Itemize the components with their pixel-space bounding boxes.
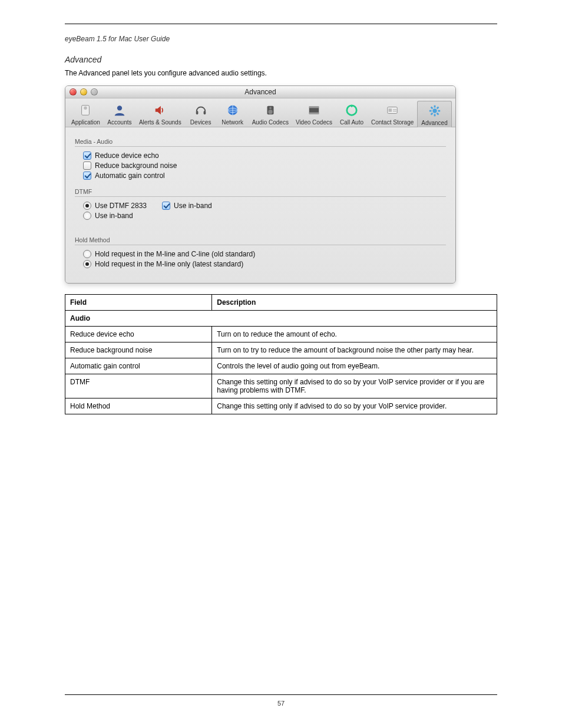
checkbox-dtmf-inband[interactable]: Use in-band (162, 202, 212, 210)
table-field-cell: Reduce background noise (65, 342, 212, 358)
globe-icon (224, 103, 242, 118)
table-desc-cell: Controls the level of audio going out fr… (212, 358, 497, 374)
checkbox-reduce-echo[interactable]: Reduce device echo (83, 151, 446, 160)
toolbar-tab-call-auto[interactable]: Call Auto (336, 101, 368, 127)
toolbar-tab-network[interactable]: Network (217, 101, 249, 127)
zoom-button[interactable] (91, 88, 98, 95)
col-field: Field (65, 295, 212, 311)
svg-rect-16 (389, 108, 392, 112)
speaker2-icon (262, 103, 279, 118)
toolbar-tab-video-codecs[interactable]: Video Codecs (292, 101, 336, 127)
radio-label: Use in-band (95, 212, 133, 220)
table-header-row: Field Description (65, 295, 497, 311)
radio-icon[interactable] (83, 260, 91, 268)
table-desc-cell: Change this setting only if advised to d… (212, 374, 497, 398)
radio-icon[interactable] (83, 202, 91, 210)
toolbar-tab-accounts[interactable]: Accounts (104, 101, 135, 127)
dial-icon (343, 103, 361, 118)
toolbar-tab-label: Call Auto (340, 119, 363, 126)
toolbar-tab-label: Alerts & Sounds (139, 119, 181, 126)
page-number: 57 (65, 700, 497, 707)
radio-hold-old[interactable]: Hold request in the M-line and C-line (o… (83, 250, 446, 258)
checkbox-agc[interactable]: Automatic gain control (83, 172, 446, 180)
svg-rect-17 (393, 109, 396, 110)
radio-use-inband[interactable]: Use in-band (83, 212, 446, 220)
checkbox-icon[interactable] (83, 172, 91, 180)
radio-hold-new[interactable]: Hold request in the M-line only (latest … (83, 260, 446, 268)
page-footer: 57 (65, 691, 497, 707)
col-description: Description (212, 295, 497, 311)
checkbox-icon[interactable] (83, 162, 91, 170)
table-row: Automatic gain controlControls the level… (65, 358, 497, 374)
toolbar-tab-advanced[interactable]: Advanced (417, 101, 451, 127)
radio-icon[interactable] (83, 250, 91, 258)
toolbar-tab-contact-storage[interactable]: Contact Storage (368, 101, 417, 127)
group-separator (75, 146, 446, 147)
checkbox-icon[interactable] (83, 151, 91, 160)
table-field-cell: Hold Method (65, 398, 212, 414)
checkbox-icon[interactable] (162, 202, 170, 210)
app-icon (77, 103, 94, 118)
group-label-hold: Hold Method (75, 236, 446, 243)
group-separator (75, 196, 446, 197)
svg-point-19 (432, 108, 437, 113)
checkbox-label: Reduce background noise (95, 162, 177, 170)
preferences-window: Advanced ApplicationAccountsAlerts & Sou… (65, 85, 456, 284)
table-field-cell: Automatic gain control (65, 358, 212, 374)
svg-rect-3 (196, 111, 198, 114)
group-label-dtmf: DTMF (75, 188, 446, 195)
footer-rule (65, 694, 497, 695)
table-row: Reduce background noiseTurn on to try to… (65, 342, 497, 358)
svg-rect-11 (309, 107, 319, 108)
table-field-cell: Reduce device echo (65, 327, 212, 342)
close-button[interactable] (70, 88, 77, 95)
table-section-cell: Audio (65, 311, 497, 327)
person-icon (111, 103, 128, 118)
table-row: Hold MethodChange this setting only if a… (65, 398, 497, 414)
svg-point-2 (117, 106, 122, 110)
svg-rect-4 (203, 111, 206, 114)
traffic-lights (70, 88, 98, 95)
svg-rect-18 (393, 111, 396, 111)
table-row: Reduce device echoTurn on to reduce the … (65, 327, 497, 342)
table-field-cell: DTMF (65, 374, 212, 398)
toolbar-tab-label: Advanced (421, 120, 447, 126)
radio-label: Use DTMF 2833 (95, 202, 147, 210)
checkbox-label: Reduce device echo (95, 151, 159, 160)
toolbar-tab-audio-codecs[interactable]: Audio Codecs (249, 101, 292, 127)
preferences-toolbar: ApplicationAccountsAlerts & SoundsDevice… (65, 98, 455, 127)
checkbox-label: Use in-band (174, 202, 212, 210)
titlebar[interactable]: Advanced (65, 86, 455, 98)
toolbar-tab-devices[interactable]: Devices (185, 101, 217, 127)
field-description-table: Field Description AudioReduce device ech… (65, 294, 497, 414)
toolbar-tab-label: Application (71, 119, 100, 126)
radio-use-dtmf-2833[interactable]: Use DTMF 2833 (83, 202, 147, 210)
table-row: Audio (65, 311, 497, 327)
intro-text: The Advanced panel lets you configure ad… (65, 69, 497, 77)
table-desc-cell: Turn on to reduce the amount of echo. (212, 327, 497, 342)
table-desc-cell: Change this setting only if advised to d… (212, 398, 497, 414)
minimize-button[interactable] (80, 88, 87, 95)
radio-label: Hold request in the M-line and C-line (o… (95, 250, 255, 258)
group-separator (75, 245, 446, 245)
dtmf-top-row: Use DTMF 2833 Use in-band (83, 202, 446, 210)
toolbar-tab-alerts-sounds[interactable]: Alerts & Sounds (135, 101, 185, 127)
group-label-media-audio: Media - Audio (75, 138, 446, 145)
svg-point-8 (268, 110, 272, 114)
toolbar-tab-application[interactable]: Application (68, 101, 104, 127)
toolbar-tab-label: Audio Codecs (252, 119, 289, 126)
headphones-icon (192, 103, 210, 118)
film-icon (305, 103, 323, 118)
checkbox-reduce-noise[interactable]: Reduce background noise (83, 162, 446, 170)
svg-rect-12 (309, 113, 319, 114)
table-desc-cell: Turn on to try to reduce the amount of b… (212, 342, 497, 358)
section-title: Advanced (65, 55, 497, 64)
table-row: DTMFChange this setting only if advised … (65, 374, 497, 398)
advanced-panel: Media - Audio Reduce device echo Reduce … (65, 127, 455, 283)
radio-icon[interactable] (83, 212, 91, 220)
speaker-icon (151, 103, 169, 118)
svg-point-9 (269, 107, 272, 110)
card-icon (384, 103, 401, 118)
page: eyeBeam 1.5 for Mac User Guide Advanced … (0, 0, 562, 728)
toolbar-tab-label: Video Codecs (296, 119, 332, 126)
